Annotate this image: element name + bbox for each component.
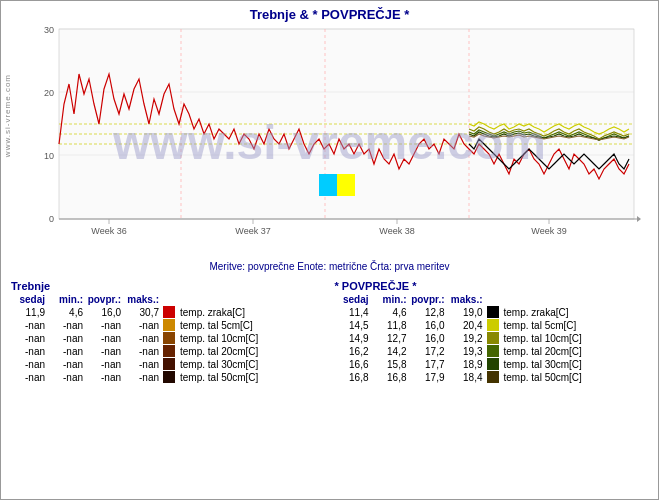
povpr-label: temp. tal 20cm[C] — [502, 346, 649, 357]
si-vreme-label: www.si-vreme.com — [3, 74, 12, 157]
trebnje-sedaj: -nan — [11, 320, 49, 331]
trebnje-block: Trebnje sedaj min.: povpr.: maks.: 11,9 … — [11, 280, 325, 495]
trebnje-povpr: -nan — [87, 372, 125, 383]
trebnje-row: -nan -nan -nan -nan temp. tal 30cm[C] — [11, 358, 325, 370]
trebnje-min: -nan — [49, 346, 87, 357]
povpr-swatch — [487, 332, 499, 344]
trebnje-sedaj: -nan — [11, 333, 49, 344]
povpr-maks: 20,4 — [449, 320, 487, 331]
povpr-header-maks: maks.: — [449, 294, 487, 305]
svg-text:Week 38: Week 38 — [379, 226, 414, 236]
povpr-min: 15,8 — [373, 359, 411, 370]
trebnje-swatch — [163, 332, 175, 344]
chart-svg: 30 20 10 0 Week 36 Week 37 Week 38 Week … — [19, 24, 659, 244]
header-min: min.: — [49, 294, 87, 305]
trebnje-swatch — [163, 319, 175, 331]
povpr-min: 16,8 — [373, 372, 411, 383]
trebnje-povpr: -nan — [87, 346, 125, 357]
povprecje-row: 16,2 14,2 17,2 19,3 temp. tal 20cm[C] — [335, 345, 649, 357]
povprecje-headers: sedaj min.: povpr.: maks.: — [335, 294, 649, 305]
povpr-maks: 19,3 — [449, 346, 487, 357]
svg-rect-26 — [337, 174, 355, 196]
trebnje-povpr: -nan — [87, 320, 125, 331]
trebnje-min: -nan — [49, 333, 87, 344]
povpr-sedaj: 16,8 — [335, 372, 373, 383]
data-section: Trebnje sedaj min.: povpr.: maks.: 11,9 … — [1, 276, 658, 499]
trebnje-sedaj: -nan — [11, 359, 49, 370]
trebnje-rows: 11,9 4,6 16,0 30,7 temp. zraka[C] -nan -… — [11, 306, 325, 383]
trebnje-label: temp. tal 30cm[C] — [178, 359, 325, 370]
svg-text:0: 0 — [49, 214, 54, 224]
povprecje-row: 14,5 11,8 16,0 20,4 temp. tal 5cm[C] — [335, 319, 649, 331]
povpr-povpr: 17,7 — [411, 359, 449, 370]
povpr-maks: 19,2 — [449, 333, 487, 344]
povprecje-title: * POVPREČJE * — [335, 280, 649, 292]
main-container: Trebnje & * POVPREČJE * www.si-vreme.com… — [0, 0, 659, 500]
povprecje-block: * POVPREČJE * sedaj min.: povpr.: maks.:… — [335, 280, 649, 495]
trebnje-row: -nan -nan -nan -nan temp. tal 5cm[C] — [11, 319, 325, 331]
povpr-header-label — [487, 294, 649, 305]
trebnje-row: -nan -nan -nan -nan temp. tal 20cm[C] — [11, 345, 325, 357]
chart-wrapper: www.si-vreme.com www.si-vreme.com 30 20 … — [1, 24, 658, 259]
svg-text:Week 39: Week 39 — [531, 226, 566, 236]
povpr-povpr: 16,0 — [411, 333, 449, 344]
trebnje-swatch — [163, 345, 175, 357]
svg-marker-24 — [637, 216, 641, 222]
trebnje-label: temp. tal 10cm[C] — [178, 333, 325, 344]
trebnje-sedaj: 11,9 — [11, 307, 49, 318]
povpr-maks: 18,4 — [449, 372, 487, 383]
trebnje-swatch — [163, 306, 175, 318]
povpr-label: temp. tal 50cm[C] — [502, 372, 649, 383]
trebnje-maks: -nan — [125, 359, 163, 370]
trebnje-headers: sedaj min.: povpr.: maks.: — [11, 294, 325, 305]
trebnje-min: -nan — [49, 372, 87, 383]
povprecje-rows: 11,4 4,6 12,8 19,0 temp. zraka[C] 14,5 1… — [335, 306, 649, 383]
povpr-header-povpr: povpr.: — [411, 294, 449, 305]
trebnje-label: temp. tal 50cm[C] — [178, 372, 325, 383]
trebnje-sedaj: -nan — [11, 346, 49, 357]
svg-text:20: 20 — [44, 88, 54, 98]
trebnje-label: temp. tal 5cm[C] — [178, 320, 325, 331]
povpr-sedaj: 14,9 — [335, 333, 373, 344]
povpr-maks: 19,0 — [449, 307, 487, 318]
povpr-label: temp. tal 30cm[C] — [502, 359, 649, 370]
povpr-min: 12,7 — [373, 333, 411, 344]
povpr-header-min: min.: — [373, 294, 411, 305]
povpr-swatch — [487, 371, 499, 383]
chart-title: Trebnje & * POVPREČJE * — [1, 1, 658, 24]
povpr-povpr: 17,2 — [411, 346, 449, 357]
povpr-swatch — [487, 319, 499, 331]
povpr-label: temp. tal 5cm[C] — [502, 320, 649, 331]
trebnje-maks: -nan — [125, 320, 163, 331]
svg-text:30: 30 — [44, 25, 54, 35]
trebnje-row: -nan -nan -nan -nan temp. tal 10cm[C] — [11, 332, 325, 344]
povpr-sedaj: 14,5 — [335, 320, 373, 331]
trebnje-maks: -nan — [125, 346, 163, 357]
trebnje-maks: -nan — [125, 333, 163, 344]
povpr-povpr: 16,0 — [411, 320, 449, 331]
povpr-povpr: 12,8 — [411, 307, 449, 318]
povpr-sedaj: 16,6 — [335, 359, 373, 370]
trebnje-povpr: 16,0 — [87, 307, 125, 318]
trebnje-povpr: -nan — [87, 359, 125, 370]
svg-text:Week 36: Week 36 — [91, 226, 126, 236]
header-povpr: povpr.: — [87, 294, 125, 305]
povpr-povpr: 17,9 — [411, 372, 449, 383]
header-label-t — [163, 294, 325, 305]
header-sedaj: sedaj — [11, 294, 49, 305]
povpr-header-sedaj: sedaj — [335, 294, 373, 305]
povpr-min: 14,2 — [373, 346, 411, 357]
svg-rect-25 — [319, 174, 337, 196]
trebnje-label: temp. zraka[C] — [178, 307, 325, 318]
trebnje-min: 4,6 — [49, 307, 87, 318]
header-maks: maks.: — [125, 294, 163, 305]
trebnje-sedaj: -nan — [11, 372, 49, 383]
povprecje-row: 11,4 4,6 12,8 19,0 temp. zraka[C] — [335, 306, 649, 318]
povpr-swatch — [487, 306, 499, 318]
povpr-sedaj: 11,4 — [335, 307, 373, 318]
povprecje-row: 14,9 12,7 16,0 19,2 temp. tal 10cm[C] — [335, 332, 649, 344]
trebnje-min: -nan — [49, 320, 87, 331]
povpr-swatch — [487, 345, 499, 357]
chart-subtitle: Meritve: povprečne Enote: metrične Črta:… — [1, 259, 658, 276]
povpr-label: temp. tal 10cm[C] — [502, 333, 649, 344]
